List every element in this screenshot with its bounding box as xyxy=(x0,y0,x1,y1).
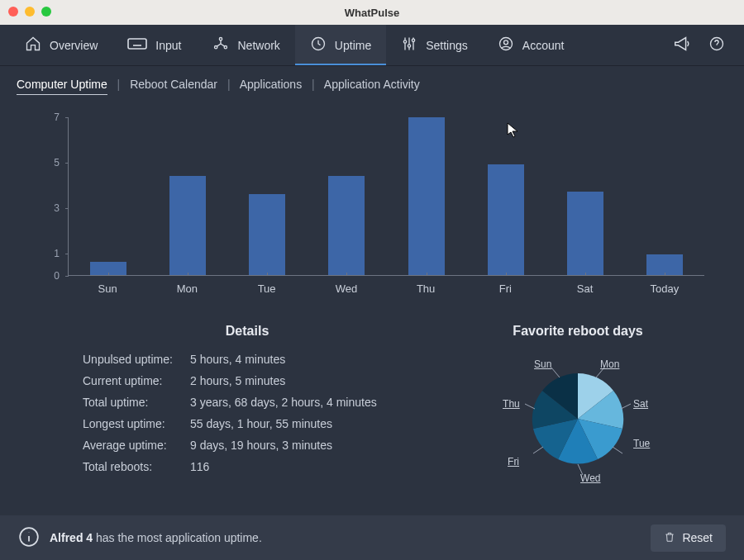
subtab-reboot-calendar[interactable]: Reboot Calendar xyxy=(130,78,217,94)
nav-label: Input xyxy=(155,39,181,52)
detail-value: 5 hours, 4 minutes xyxy=(190,349,412,370)
svg-line-21 xyxy=(621,404,631,409)
svg-rect-0 xyxy=(128,39,146,49)
nav-label: Account xyxy=(522,39,565,52)
y-tick-label: 7 xyxy=(54,112,60,123)
svg-line-26 xyxy=(551,368,560,377)
network-icon xyxy=(212,36,230,55)
nav-label: Settings xyxy=(426,39,468,52)
detail-row: Current uptime:2 hours, 5 minutes xyxy=(83,370,412,392)
details-title: Details xyxy=(83,324,412,339)
detail-row: Unpulsed uptime:5 hours, 4 minutes xyxy=(83,349,412,370)
reboot-days-pie: Mon Sat Tue Wed Fri Thu Sun xyxy=(491,349,665,481)
x-label: Today xyxy=(625,279,704,299)
reboot-days-title: Favorite reboot days xyxy=(513,324,642,339)
sliders-icon xyxy=(401,36,417,55)
footer-info: Alfred 4 has the most application uptime… xyxy=(18,526,262,550)
x-label: Sun xyxy=(68,279,147,299)
bar-fri[interactable] xyxy=(488,164,524,275)
x-label: Fri xyxy=(465,279,545,299)
separator: | xyxy=(117,78,121,91)
nav-input[interactable]: Input xyxy=(112,25,196,65)
bar-tue[interactable] xyxy=(249,194,285,275)
reset-label: Reset xyxy=(682,531,713,544)
uptime-subtabs: Computer Uptime | Reboot Calendar | Appl… xyxy=(0,66,744,91)
nav-account[interactable]: Account xyxy=(483,25,579,65)
minimize-window-button[interactable] xyxy=(25,7,35,17)
reset-button[interactable]: Reset xyxy=(651,524,726,552)
keyboard-icon xyxy=(127,36,147,55)
x-label: Wed xyxy=(307,279,386,299)
footer-text: Alfred 4 has the most application uptime… xyxy=(50,531,262,544)
info-icon xyxy=(18,526,40,550)
detail-value: 116 xyxy=(190,456,412,477)
help-icon xyxy=(708,36,725,55)
pie-label-thu: Thu xyxy=(503,398,520,410)
user-icon xyxy=(498,36,514,55)
detail-row: Total reboots:116 xyxy=(83,456,412,477)
separator: | xyxy=(312,78,315,91)
y-tick-label: 3 xyxy=(54,202,60,214)
svg-line-22 xyxy=(613,447,622,453)
x-label: Mon xyxy=(147,279,227,299)
pie-label-sun: Sun xyxy=(534,358,551,370)
subtab-application-activity[interactable]: Application Activity xyxy=(324,78,420,94)
nav-label: Uptime xyxy=(335,39,371,52)
svg-point-14 xyxy=(408,45,411,47)
nav-settings[interactable]: Settings xyxy=(386,25,483,65)
detail-value: 55 days, 1 hour, 55 minutes xyxy=(190,413,412,434)
detail-row: Total uptime:3 years, 68 days, 2 hours, … xyxy=(83,392,412,413)
uptime-bar-chart: 01357 SunMonTueWedThuFriSatToday xyxy=(40,117,704,299)
main-nav: Overview Input Network Uptime Settings A… xyxy=(0,25,744,66)
svg-point-17 xyxy=(503,40,508,45)
titlebar: WhatPulse xyxy=(0,0,744,25)
bar-wed[interactable] xyxy=(328,176,365,275)
lower-panels: Details Unpulsed uptime:5 hours, 4 minut… xyxy=(17,324,727,481)
zoom-window-button[interactable] xyxy=(41,7,51,17)
bar-sat[interactable] xyxy=(567,192,603,275)
detail-label: Total uptime: xyxy=(83,392,190,413)
detail-label: Average uptime: xyxy=(83,434,190,456)
reboot-days-panel: Favorite reboot days xyxy=(428,324,727,481)
detail-value: 9 days, 19 hours, 3 minutes xyxy=(190,434,412,456)
nav-overview[interactable]: Overview xyxy=(10,25,112,65)
subtab-computer-uptime[interactable]: Computer Uptime xyxy=(17,78,107,95)
pie-label-fri: Fri xyxy=(508,456,519,467)
svg-line-24 xyxy=(533,447,543,453)
details-panel: Details Unpulsed uptime:5 hours, 4 minut… xyxy=(17,324,428,481)
megaphone-icon xyxy=(673,35,691,56)
detail-label: Unpulsed uptime: xyxy=(83,349,190,370)
announcements-button[interactable] xyxy=(665,25,699,65)
window-title: WhatPulse xyxy=(345,7,399,19)
nav-uptime[interactable]: Uptime xyxy=(295,25,386,65)
detail-label: Total reboots: xyxy=(83,456,190,477)
x-label: Tue xyxy=(227,279,307,299)
y-tick-label: 1 xyxy=(54,248,60,259)
home-icon xyxy=(25,36,41,55)
detail-label: Current uptime: xyxy=(83,370,190,392)
nav-label: Network xyxy=(238,39,280,52)
detail-value: 3 years, 68 days, 2 hours, 4 minutes xyxy=(190,392,412,413)
pie-label-wed: Wed xyxy=(580,472,600,484)
svg-point-15 xyxy=(413,39,415,41)
bar-mon[interactable] xyxy=(169,176,206,275)
svg-point-13 xyxy=(404,40,407,43)
pie-label-tue: Tue xyxy=(633,438,650,449)
detail-row: Average uptime:9 days, 19 hours, 3 minut… xyxy=(83,434,412,456)
separator: | xyxy=(227,78,231,91)
y-tick-label: 5 xyxy=(54,157,60,168)
help-button[interactable] xyxy=(699,25,734,65)
pie-label-sat: Sat xyxy=(633,398,648,410)
bar-thu[interactable] xyxy=(408,117,445,275)
close-window-button[interactable] xyxy=(8,7,18,17)
detail-row: Longest uptime:55 days, 1 hour, 55 minut… xyxy=(83,413,412,434)
detail-value: 2 hours, 5 minutes xyxy=(190,370,412,392)
footer-bar: Alfred 4 has the most application uptime… xyxy=(0,515,744,560)
clock-icon xyxy=(310,36,327,55)
pie-label-mon: Mon xyxy=(600,358,619,370)
subtab-applications[interactable]: Applications xyxy=(240,78,303,94)
y-tick-label: 0 xyxy=(54,270,60,282)
window-controls xyxy=(8,7,51,17)
nav-network[interactable]: Network xyxy=(197,25,295,65)
x-label: Sat xyxy=(546,279,625,299)
